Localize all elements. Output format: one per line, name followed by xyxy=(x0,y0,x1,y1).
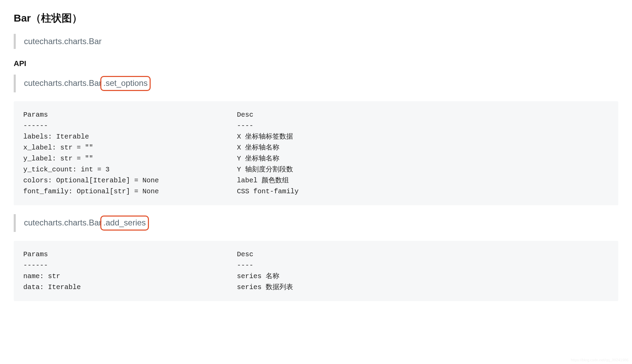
highlighted-method-name: .set_options xyxy=(100,76,151,91)
method-set-options-quote: cutecharts.charts.Bar.set_options xyxy=(14,75,618,92)
method-suffix: .set_options xyxy=(103,78,148,88)
module-quote: cutecharts.charts.Bar xyxy=(14,34,618,49)
code-block-set-options: Params Desc ------ ---- labels: Iterable… xyxy=(14,101,618,205)
api-heading: API xyxy=(14,58,618,69)
method-prefix: cutecharts.charts.Bar xyxy=(24,78,102,88)
page-title: Bar（柱状图） xyxy=(14,10,618,26)
module-path: cutecharts.charts.Bar xyxy=(24,37,102,46)
method-add-series-quote: cutecharts.charts.Bar.add_series xyxy=(14,214,618,232)
code-block-add-series: Params Desc ------ ---- name: str series… xyxy=(14,241,618,301)
method-prefix: cutecharts.charts.Bar xyxy=(24,218,102,227)
highlighted-method-name: .add_series xyxy=(100,216,149,231)
method-suffix: .add_series xyxy=(103,218,146,227)
